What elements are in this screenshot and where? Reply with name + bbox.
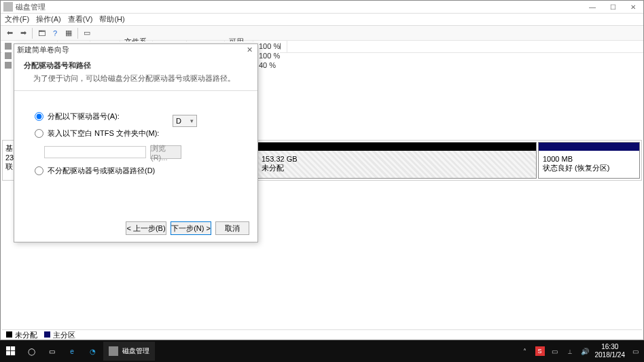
svg-rect-3 — [11, 351, 15, 355]
chevron-down-icon: ▾ — [190, 117, 194, 124]
partition-size: 153.32 GB — [262, 155, 532, 163]
volume-icon — [5, 62, 12, 69]
taskbar-app-disk-management[interactable]: 磁盘管理 — [103, 342, 155, 361]
wizard-close-icon[interactable]: ✕ — [244, 46, 255, 54]
radio-mount-folder[interactable] — [35, 129, 43, 138]
app-icon — [109, 346, 118, 356]
back-icon[interactable]: ⬅ — [3, 27, 16, 39]
tray-volume-icon[interactable]: 🔊 — [580, 346, 590, 356]
disk-management-window: 磁盘管理 — ☐ ✕ 文件(F) 操作(A) 查看(V) 帮助(H) ⬅ ➡ 🗔… — [0, 0, 644, 340]
partition-status: 未分配 — [262, 163, 532, 173]
window-title: 磁盘管理 — [16, 2, 582, 12]
svg-rect-1 — [11, 346, 15, 350]
label-mount-folder: 装入以下空白 NTFS 文件夹中(M): — [48, 128, 159, 139]
titlebar: 磁盘管理 — ☐ ✕ — [1, 1, 643, 14]
help-icon[interactable]: ? — [49, 27, 61, 39]
back-button[interactable]: < 上一步(B) — [126, 221, 166, 235]
wizard-subheading: 为了便于访问，可以给磁盘分区分配驱动器号或驱动器路径。 — [24, 73, 248, 84]
tray-wifi-icon[interactable]: ⟂ — [565, 346, 575, 356]
maximize-button[interactable]: ☐ — [603, 1, 623, 13]
radio-assign-letter[interactable] — [35, 112, 43, 121]
taskbar-time: 16:30 — [595, 343, 626, 351]
toolbar-icon-3[interactable]: ▭ — [81, 27, 93, 39]
close-button[interactable]: ✕ — [623, 1, 643, 13]
browser-icon[interactable]: ◔ — [83, 342, 102, 361]
label-no-assign: 不分配驱动器号或驱动器路径(D) — [48, 166, 155, 176]
legend-swatch-unallocated — [6, 331, 12, 338]
edge-icon[interactable]: e — [62, 342, 82, 361]
menubar: 文件(F) 操作(A) 查看(V) 帮助(H) — [1, 14, 643, 26]
wizard-heading: 分配驱动器号和路径 — [24, 60, 248, 71]
menu-help[interactable]: 帮助(H) — [99, 14, 124, 24]
toolbar-icon-1[interactable]: 🗔 — [35, 27, 48, 39]
start-button[interactable] — [1, 342, 20, 361]
drive-letter-value: D — [176, 117, 181, 125]
menu-action[interactable]: 操作(A) — [36, 14, 61, 24]
legend: 未分配 主分区 — [2, 329, 642, 340]
menu-file[interactable]: 文件(F) — [5, 14, 29, 24]
taskbar-app-label: 磁盘管理 — [122, 346, 149, 356]
taskbar-date: 2018/1/24 — [595, 351, 626, 359]
browse-button[interactable]: 浏览(R)... — [150, 145, 181, 159]
tray-input-icon[interactable]: S — [535, 346, 545, 356]
volume-icon — [5, 43, 12, 50]
tray-chevron-up-icon[interactable]: ˄ — [520, 346, 530, 356]
svg-rect-2 — [6, 351, 10, 355]
partition-size: 1000 MB — [543, 155, 635, 163]
radio-no-assign[interactable] — [35, 166, 43, 175]
legend-unallocated: 未分配 — [15, 331, 37, 339]
drive-letter-select[interactable]: D ▾ — [173, 115, 197, 127]
tray-battery-icon[interactable]: ▭ — [550, 346, 560, 356]
cortana-icon[interactable]: ◯ — [22, 342, 41, 361]
app-icon — [3, 2, 13, 12]
partition-unallocated[interactable]: 153.32 GB 未分配 — [257, 142, 537, 179]
legend-primary: 主分区 — [53, 331, 75, 339]
legend-swatch-primary — [44, 331, 50, 338]
menu-view[interactable]: 查看(V) — [68, 14, 93, 24]
partition-recovery[interactable]: 1000 MB 状态良好 (恢复分区) — [538, 142, 640, 179]
cancel-button[interactable]: 取消 — [215, 221, 249, 235]
forward-icon[interactable]: ➡ — [17, 27, 29, 39]
minimize-button[interactable]: — — [582, 1, 603, 13]
toolbar: ⬅ ➡ 🗔 ? ▦ ▭ — [1, 26, 643, 41]
wizard-title: 新建简单卷向导 — [17, 45, 244, 55]
notifications-icon[interactable]: ▭ — [630, 346, 640, 356]
task-view-icon[interactable]: ▭ — [42, 342, 61, 361]
next-button[interactable]: 下一步(N) > — [171, 221, 211, 235]
new-simple-volume-wizard: 新建简单卷向导 ✕ 分配驱动器号和路径 为了便于访问，可以给磁盘分区分配驱动器号… — [14, 43, 258, 242]
taskbar: ◯ ▭ e ◔ 磁盘管理 ˄ S ▭ ⟂ 🔊 16:30 2018/1/24 ▭ — [0, 340, 644, 362]
toolbar-icon-2[interactable]: ▦ — [62, 27, 75, 39]
partition-status: 状态良好 (恢复分区) — [543, 163, 635, 173]
svg-rect-0 — [6, 346, 10, 350]
mount-path-input[interactable] — [44, 146, 146, 158]
label-assign-letter: 分配以下驱动器号(A): — [48, 111, 120, 122]
volume-icon — [5, 52, 12, 59]
taskbar-clock[interactable]: 16:30 2018/1/24 — [595, 343, 626, 359]
